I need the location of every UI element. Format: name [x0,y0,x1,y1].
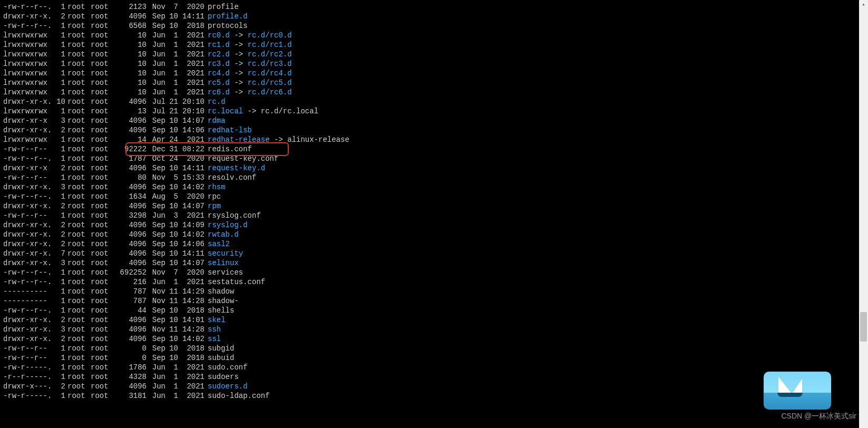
filename: redis.conf [204,145,252,153]
filename: protocols [204,22,248,30]
month: Jun [147,78,165,87]
link-count: 1 [55,363,65,372]
time: 14:28 [178,325,204,334]
ls-row: -rw-r--r--1rootroot80Nov515:33resolv.con… [3,173,815,182]
month: Jun [147,59,165,69]
group: root [89,230,112,239]
sail-icon [778,377,791,393]
day: 5 [165,192,178,201]
ls-row: drwxr-xr-x.2rootroot4096Sep1014:09rsyslo… [3,220,815,230]
symlink-arrow: -> [270,135,288,144]
owner: root [65,182,89,192]
group: root [89,372,112,382]
owner: root [65,31,89,40]
size: 4096 [112,116,147,125]
month: Jun [147,31,165,40]
group: root [89,2,112,12]
scroll-thumb[interactable] [860,312,867,342]
link-count: 1 [55,344,65,353]
day: 1 [165,59,178,69]
permissions: lrwxrwxrwx [3,31,55,40]
link-count: 3 [55,182,65,192]
size: 787 [112,296,147,306]
group: root [89,31,112,40]
ls-row: -r--r-----.1rootroot4328Jun12021sudoers [3,372,815,382]
time: 14:06 [178,125,204,135]
link-count: 1 [55,21,65,31]
time: 14:02 [178,334,204,344]
ls-row: lrwxrwxrwx1rootroot10Jun12021rc0.d -> rc… [3,31,815,40]
symlink-arrow: -> [230,79,248,87]
link-count: 1 [55,59,65,69]
link-count: 1 [55,277,65,287]
time: 2020 [178,268,204,277]
ls-row: lrwxrwxrwx1rootroot10Jun12021rc6.d -> rc… [3,87,815,97]
group: root [89,306,112,315]
owner: root [65,211,89,220]
permissions: -rw-r--r--. [3,306,55,315]
ls-row: -rw-r--r--.1rootroot1634Aug52020rpc [3,192,815,201]
link-count: 7 [55,249,65,258]
ls-row: -rw-r-----.1rootroot3181Jun12021sudo-lda… [3,391,815,401]
size: 10 [112,40,147,50]
terminal-output: -rw-r--r--.1rootroot2123Nov72020profiled… [0,0,815,403]
owner: root [65,2,89,12]
owner: root [65,334,89,344]
link-count: 1 [55,69,65,78]
filename: profile.d [204,12,248,21]
group: root [89,50,112,59]
group: root [89,277,112,287]
owner: root [65,192,89,201]
group: root [89,78,112,87]
permissions: -rw-r--r-- [3,353,55,363]
group: root [89,211,112,220]
month: Nov [147,2,165,12]
filename: rhsm [204,183,226,191]
filename: sudo-ldap.conf [204,392,270,400]
month: Sep [147,258,165,268]
symlink-arrow: -> [243,107,261,115]
link-count: 3 [55,325,65,334]
filename: ssh [204,325,221,334]
link-count: 1 [55,268,65,277]
time: 2021 [178,363,204,372]
group: root [89,249,112,258]
scroll-up-button[interactable]: ▴ [859,0,868,9]
time: 2021 [178,40,204,50]
filename: resolv.conf [204,173,256,182]
group: root [89,40,112,50]
month: Jun [147,50,165,59]
link-count: 2 [55,220,65,230]
ls-row: lrwxrwxrwx1rootroot10Jun12021rc1.d -> rc… [3,40,815,50]
time: 2021 [178,211,204,220]
month: Nov [147,296,165,306]
time: 2021 [178,382,204,391]
permissions: drwxr-xr-x. [3,125,55,135]
size: 4096 [112,220,147,230]
time: 2021 [178,135,204,144]
ls-row: drwxr-xr-x.2rootroot4096Sep1014:07rpm [3,201,815,211]
size: 1786 [112,363,147,372]
month: Sep [147,353,165,363]
symlink-target: rc.d/rc6.d [248,88,292,96]
link-count: 2 [55,12,65,21]
permissions: drwxr-xr-x. [3,315,55,325]
floating-badge[interactable] [764,372,831,403]
scrollbar[interactable]: ▴ [859,0,868,403]
filename: subgid [204,344,234,353]
group: root [89,125,112,135]
group: root [89,220,112,230]
size: 4096 [112,334,147,344]
link-count: 1 [55,2,65,12]
filename: rc0.d [204,31,230,40]
owner: root [65,59,89,69]
permissions: -rw-r--r-- [3,211,55,220]
time: 14:11 [178,12,204,21]
permissions: drwxr-xr-x. [3,334,55,344]
month: Sep [147,201,165,211]
size: 4096 [112,239,147,249]
group: root [89,334,112,344]
day: 10 [165,125,178,135]
ls-row: -rw-r--r--1rootroot0Sep102018subgid [3,344,815,353]
owner: root [65,135,89,144]
